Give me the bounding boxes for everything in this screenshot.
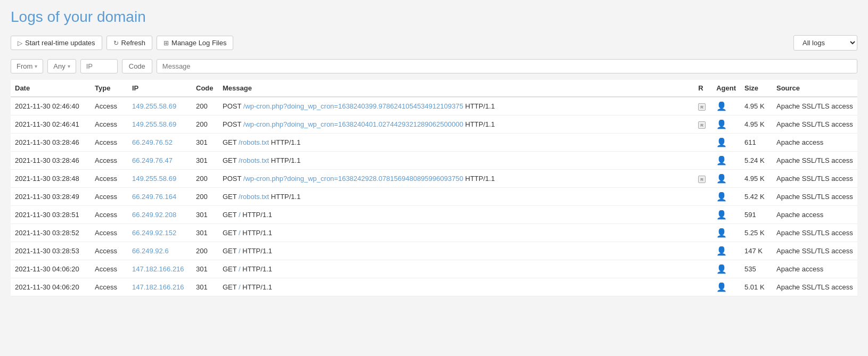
cell-type: Access <box>91 134 128 152</box>
table-row: 2021-11-30 03:28:48Access149.255.58.6920… <box>11 170 857 188</box>
cell-size: 147 K <box>740 242 772 260</box>
cell-agent: 👤 <box>712 278 740 296</box>
cell-source: Apache SSL/TLS access <box>772 170 857 188</box>
from-filter[interactable]: From ▾ <box>11 59 43 73</box>
cell-agent: 👤 <box>712 260 740 278</box>
cell-code: 301 <box>192 206 218 224</box>
cell-size: 5.01 K <box>740 278 772 296</box>
cell-source: Apache access <box>772 134 857 152</box>
cell-ip[interactable]: 66.249.92.6 <box>128 242 192 260</box>
col-header-date: Date <box>11 80 91 97</box>
cell-size: 4.95 K <box>740 97 772 115</box>
cell-type: Access <box>91 242 128 260</box>
bot-agent-icon: 👤 <box>716 264 727 274</box>
code-filter-button[interactable]: Code <box>122 59 152 73</box>
play-icon: ▷ <box>18 39 22 47</box>
any-filter[interactable]: Any ▾ <box>47 59 76 73</box>
cell-type: Access <box>91 206 128 224</box>
cell-robot <box>694 224 712 242</box>
cell-ip[interactable]: 66.249.92.208 <box>128 206 192 224</box>
cell-date: 2021-11-30 03:28:51 <box>11 206 91 224</box>
cell-ip[interactable]: 147.182.166.216 <box>128 260 192 278</box>
cell-message: GET /robots.txt HTTP/1.1 <box>218 152 694 170</box>
cell-agent: 👤 <box>712 188 740 206</box>
cell-code: 200 <box>192 115 218 134</box>
cell-code: 301 <box>192 152 218 170</box>
cell-ip[interactable]: 66.249.76.47 <box>128 152 192 170</box>
robot-icon: R <box>698 121 706 129</box>
robot-icon: R <box>698 103 706 111</box>
table-row: 2021-11-30 04:06:20Access147.182.166.216… <box>11 260 857 278</box>
cell-robot <box>694 278 712 296</box>
cell-message: GET / HTTP/1.1 <box>218 242 694 260</box>
cell-date: 2021-11-30 03:28:48 <box>11 170 91 188</box>
table-row: 2021-11-30 02:46:41Access149.255.58.6920… <box>11 115 857 134</box>
cell-size: 591 <box>740 206 772 224</box>
chevron-down-icon: ▾ <box>68 63 70 69</box>
cell-ip[interactable]: 149.255.58.69 <box>128 97 192 115</box>
all-logs-dropdown[interactable]: All logs <box>793 35 857 51</box>
cell-code: 200 <box>192 97 218 115</box>
table-row: 2021-11-30 03:28:49Access66.249.76.16420… <box>11 188 857 206</box>
start-realtime-button[interactable]: ▷ Start real-time updates <box>11 36 102 50</box>
cell-date: 2021-11-30 03:28:53 <box>11 242 91 260</box>
table-row: 2021-11-30 04:06:20Access147.182.166.216… <box>11 278 857 296</box>
cell-date: 2021-11-30 02:46:41 <box>11 115 91 134</box>
cell-type: Access <box>91 278 128 296</box>
table-icon: ⊞ <box>163 39 169 47</box>
cell-robot <box>694 260 712 278</box>
cell-agent: 👤 <box>712 224 740 242</box>
bot-agent-icon: 👤 <box>716 155 727 165</box>
bot-agent-icon: 👤 <box>716 246 727 256</box>
cell-source: Apache SSL/TLS access <box>772 152 857 170</box>
cell-source: Apache access <box>772 260 857 278</box>
cell-agent: 👤 <box>712 206 740 224</box>
cell-size: 5.24 K <box>740 152 772 170</box>
cell-type: Access <box>91 260 128 278</box>
table-row: 2021-11-30 03:28:46Access66.249.76.47301… <box>11 152 857 170</box>
cell-message: POST /wp-cron.php?doing_wp_cron=16382404… <box>218 115 694 134</box>
human-agent-icon: 👤 <box>716 173 727 184</box>
cell-message: GET / HTTP/1.1 <box>218 260 694 278</box>
cell-code: 301 <box>192 134 218 152</box>
table-row: 2021-11-30 03:28:53Access66.249.92.6200G… <box>11 242 857 260</box>
cell-source: Apache SSL/TLS access <box>772 97 857 115</box>
col-header-agent: Agent <box>712 80 740 97</box>
message-filter[interactable] <box>157 59 857 73</box>
cell-ip[interactable]: 149.255.58.69 <box>128 170 192 188</box>
refresh-button[interactable]: ↻ Refresh <box>107 36 153 50</box>
cell-agent: 👤 <box>712 170 740 188</box>
cell-size: 5.25 K <box>740 224 772 242</box>
cell-ip[interactable]: 66.249.76.164 <box>128 188 192 206</box>
cell-robot: R <box>694 97 712 115</box>
log-type-select[interactable]: All logs <box>793 35 857 51</box>
cell-message: GET / HTTP/1.1 <box>218 224 694 242</box>
cell-ip[interactable]: 149.255.58.69 <box>128 115 192 134</box>
cell-ip[interactable]: 147.182.166.216 <box>128 278 192 296</box>
cell-source: Apache SSL/TLS access <box>772 188 857 206</box>
cell-ip[interactable]: 66.249.92.152 <box>128 224 192 242</box>
log-table: Date Type IP Code Message R Agent Size S… <box>11 80 857 296</box>
cell-size: 5.42 K <box>740 188 772 206</box>
ip-filter[interactable] <box>80 59 118 73</box>
table-header-row: Date Type IP Code Message R Agent Size S… <box>11 80 857 97</box>
cell-ip[interactable]: 66.249.76.52 <box>128 134 192 152</box>
page-title: Logs of your domain <box>11 9 857 26</box>
col-header-ip: IP <box>128 80 192 97</box>
col-header-source: Source <box>772 80 857 97</box>
cell-type: Access <box>91 188 128 206</box>
bot-agent-icon: 👤 <box>716 282 727 292</box>
table-row: 2021-11-30 03:28:46Access66.249.76.52301… <box>11 134 857 152</box>
table-row: 2021-11-30 03:28:51Access66.249.92.20830… <box>11 206 857 224</box>
cell-type: Access <box>91 97 128 115</box>
human-agent-icon: 👤 <box>716 101 727 111</box>
bot-agent-icon: 👤 <box>716 228 727 238</box>
manage-logs-button[interactable]: ⊞ Manage Log Files <box>157 36 233 50</box>
cell-message: POST /wp-cron.php?doing_wp_cron=16382403… <box>218 97 694 115</box>
cell-message: GET /robots.txt HTTP/1.1 <box>218 188 694 206</box>
cell-size: 4.95 K <box>740 170 772 188</box>
bot-agent-icon: 👤 <box>716 137 727 147</box>
col-header-r: R <box>694 80 712 97</box>
cell-robot <box>694 206 712 224</box>
cell-code: 200 <box>192 242 218 260</box>
